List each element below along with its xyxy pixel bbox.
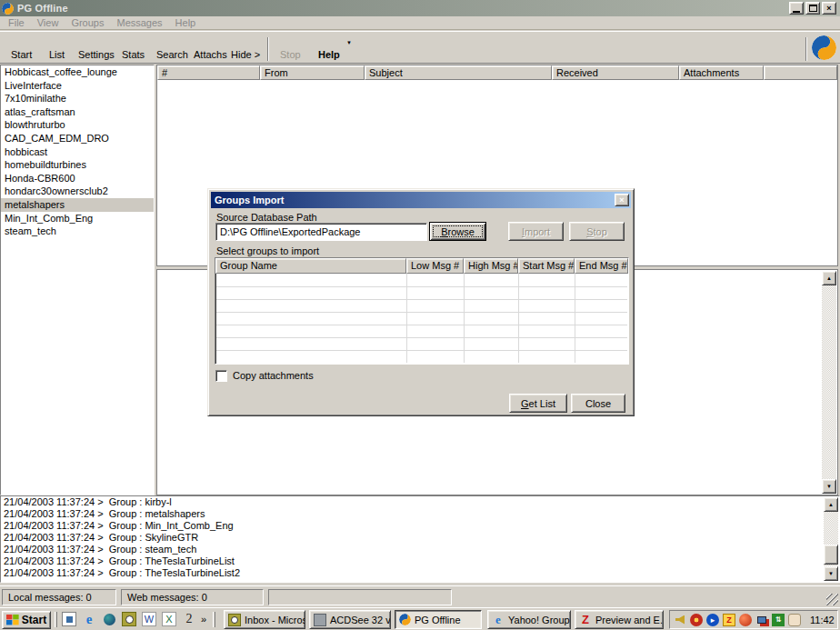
sidebar-item[interactable]: Hobbicast_coffee_lounge (1, 65, 154, 79)
task-label: Yahoo! Group... (508, 615, 571, 625)
internet-explorer-icon[interactable]: e (82, 612, 96, 626)
browse-button-label: B (441, 226, 447, 237)
source-path-label: Source Database Path (216, 212, 317, 223)
minimize-button[interactable] (789, 2, 804, 15)
web-messages-status: Web messages: 0 (121, 589, 264, 605)
toolbar-stats-button[interactable]: Stats (116, 46, 150, 63)
column-low-msg[interactable]: Low Msg # (406, 258, 464, 274)
quicklaunch-grip[interactable] (55, 612, 57, 627)
sidebar-item[interactable]: CAD_CAM_EDM_DRO (1, 132, 154, 145)
menu-help[interactable]: Help (169, 16, 203, 29)
zonealarm-icon[interactable]: Z (723, 614, 735, 626)
task-label: Inbox - Micros... (245, 615, 305, 625)
close-button[interactable]: × (822, 2, 836, 15)
dialog-titlebar: Groups Import × (211, 192, 631, 208)
column-end-msg[interactable]: End Msg # (575, 258, 628, 274)
sidebar-item[interactable]: homebuildturbines (1, 158, 154, 172)
globe-browser-icon[interactable] (102, 612, 116, 626)
task-inbox[interactable]: Inbox - Micros... (224, 610, 305, 629)
sidebar-item[interactable]: hobbicast (1, 145, 154, 159)
column-group-name[interactable]: Group Name (215, 258, 406, 274)
log-scroll-up-button[interactable]: ▲ (824, 497, 838, 512)
browse-button[interactable]: Browse (429, 222, 486, 241)
internet-explorer-icon: e (492, 614, 505, 626)
get-list-button[interactable]: Get List (509, 394, 567, 413)
z-app-icon: Z (579, 614, 592, 626)
sidebar-item[interactable]: Min_Int_Comb_Eng (1, 212, 154, 225)
toolbar-list-button[interactable]: List (44, 46, 70, 63)
menu-file[interactable]: File (2, 16, 31, 29)
start-button[interactable]: Start (2, 611, 51, 629)
toolbar-stop-button[interactable]: Stop (275, 46, 306, 63)
show-desktop-icon[interactable] (62, 612, 76, 626)
maximize-button[interactable] (805, 2, 820, 15)
source-path-input[interactable] (215, 223, 427, 241)
dialog-close-icon: × (619, 195, 624, 205)
quicklaunch-overflow-chevron[interactable]: » (199, 612, 208, 626)
scroll-down-button[interactable]: ▼ (822, 479, 836, 494)
close-icon: × (826, 4, 831, 13)
toolbar-help-dropdown-icon[interactable]: ▼ (346, 40, 352, 45)
column-start-msg[interactable]: Start Msg # (518, 258, 575, 274)
toolbar-search-button[interactable]: Search (151, 46, 194, 63)
column-high-msg[interactable]: High Msg # (464, 258, 518, 274)
update-arrows-icon[interactable]: ⇅ (772, 614, 785, 626)
column-subject[interactable]: Subject (365, 65, 552, 80)
task-pg-offline[interactable]: PG Offline (395, 610, 482, 629)
task-yahoo-groups[interactable]: e Yahoo! Group... (487, 610, 571, 629)
column-attachments[interactable]: Attachments (679, 65, 764, 80)
column-from[interactable]: From (260, 65, 365, 80)
toolbar-start-button[interactable]: Start (5, 46, 37, 63)
sidebar-item[interactable]: atlas_craftsman (1, 105, 154, 119)
import-button[interactable]: Import (508, 222, 564, 241)
sidebar-item[interactable]: steam_tech (1, 225, 154, 238)
word-icon[interactable]: W (142, 612, 156, 626)
log-scrollbar[interactable]: ▲ ▼ (824, 497, 838, 581)
hand-pointer-icon[interactable] (788, 614, 801, 626)
pg-offline-logo-icon (812, 35, 836, 60)
windows-flag-icon (6, 615, 19, 625)
numeral-two-icon[interactable]: 2 (182, 612, 196, 626)
network-offline-icon[interactable] (755, 614, 768, 626)
toolbar-help-button[interactable]: Help (313, 46, 345, 63)
acdsee-icon (314, 614, 326, 626)
copy-attachments-checkbox[interactable] (215, 370, 227, 382)
task-label: ACDSee 32 v2... (330, 615, 391, 625)
log-scroll-thumb[interactable] (824, 545, 838, 565)
sidebar-item[interactable]: Honda-CBR600 (1, 172, 154, 185)
log-scroll-down-button[interactable]: ▼ (824, 566, 838, 581)
sidebar-item-selected[interactable]: metalshapers (1, 198, 154, 212)
tasks-grip[interactable] (213, 612, 215, 627)
outlook-clock-icon[interactable] (122, 612, 136, 626)
task-label: Preview and E... (595, 615, 664, 625)
scroll-up-icon: ▲ (828, 502, 834, 507)
dialog-close-button[interactable]: × (615, 194, 629, 206)
media-player-icon[interactable]: ▸ (706, 614, 719, 626)
sidebar-item[interactable]: blowthruturbo (1, 118, 154, 132)
color-wheel-icon[interactable] (690, 614, 703, 626)
local-messages-status: Local messages: 0 (2, 589, 116, 605)
toolbar-hide-button[interactable]: Hide > (225, 46, 265, 63)
close-dialog-button[interactable]: Close (571, 394, 625, 413)
stop-button[interactable]: Stop (569, 222, 625, 241)
menu-messages[interactable]: Messages (110, 16, 168, 29)
tray-clock[interactable]: 11:42 (810, 615, 835, 625)
column-number[interactable]: # (157, 65, 260, 80)
sidebar-item[interactable]: hondarc30ownersclub2 (1, 185, 154, 198)
sidebar-item[interactable]: LiveInterface (1, 79, 154, 93)
menu-view[interactable]: View (31, 16, 65, 29)
column-received[interactable]: Received (552, 65, 679, 80)
agent-icon[interactable] (739, 614, 752, 626)
log-entry: 21/04/2003 11:37:24 > Group : SkylineGTR (1, 532, 839, 544)
system-tray: ▸ Z ⇅ 11:42 (669, 610, 838, 629)
task-acdsee[interactable]: ACDSee 32 v2... (309, 610, 391, 629)
task-preview[interactable]: Z Preview and E... (575, 610, 664, 629)
excel-icon[interactable]: X (162, 612, 176, 626)
scroll-up-button[interactable]: ▲ (822, 271, 836, 285)
preview-scrollbar[interactable]: ▲ ▼ (822, 271, 836, 494)
toolbar-settings-button[interactable]: Settings (73, 46, 120, 63)
volume-icon[interactable] (674, 614, 686, 626)
resize-grip[interactable] (826, 594, 838, 605)
menu-groups[interactable]: Groups (65, 16, 110, 29)
sidebar-item[interactable]: 7x10minilathe (1, 92, 154, 105)
